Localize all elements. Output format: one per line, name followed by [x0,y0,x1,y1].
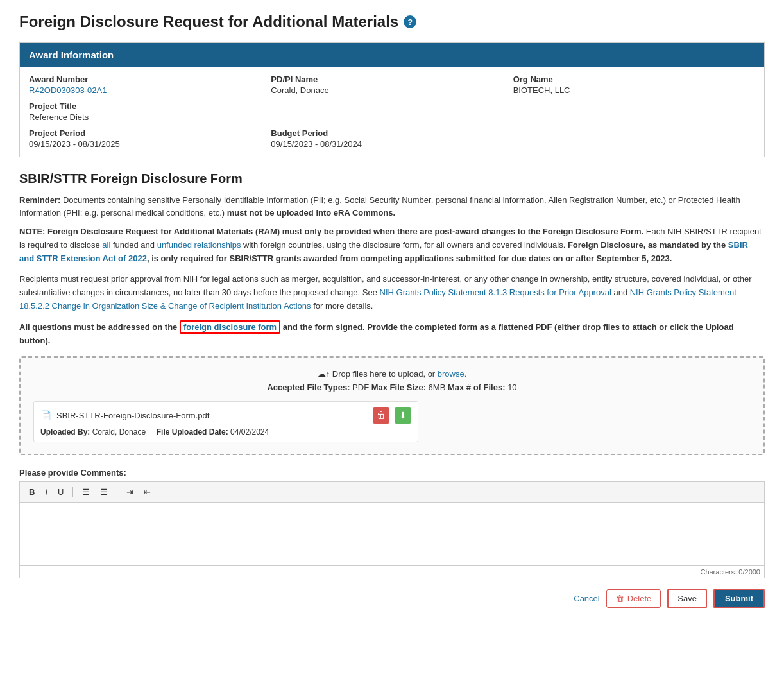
ordered-list-button[interactable]: ☰ [78,485,94,499]
budget-period-cell: Budget Period 09/15/2023 - 08/31/2024 [271,128,513,149]
toolbar-divider-2 [117,487,117,497]
delete-file-button[interactable]: 🗑 [373,407,389,424]
project-period-value: 09/15/2023 - 08/31/2025 [29,139,120,149]
org-name-label: Org Name [513,74,755,84]
outdent-button[interactable]: ⇤ [140,485,155,499]
project-period-cell: Project Period 09/15/2023 - 08/31/2025 [29,128,271,149]
form-title-text: SBIR/STTR Foreign Disclosure Form [19,171,243,185]
reminder-paragraph: Reminder: Documents containing sensitive… [19,194,765,219]
project-period-label: Project Period [29,128,271,138]
page-title-text: Foreign Disclosure Request for Additiona… [19,13,398,31]
reminder-bold-end: must not be uploaded into eRA Commons. [227,208,395,218]
file-item-top: 📄 SBIR-STTR-Foreign-Disclosure-Form.pdf … [40,407,411,424]
browse-link[interactable]: browse. [438,369,467,379]
download-icon: ⬇ [399,410,407,420]
award-empty-cell [513,128,755,149]
editor-toolbar: B I U ☰ ☰ ⇥ ⇤ [19,481,765,502]
all-questions-paragraph: All questions must be addressed on the f… [19,321,765,348]
foreign-disclosure-link[interactable]: foreign disclosure form [180,320,280,334]
save-button[interactable]: Save [667,589,707,608]
uploaded-by-label: Uploaded By: [40,427,90,436]
nih-link1[interactable]: NIH Grants Policy Statement 8.1.3 Reques… [380,288,611,297]
max-size-value: 6MB [429,383,448,392]
upload-info-text: Accepted File Types: PDF Max File Size: … [33,383,751,392]
comments-section: Please provide Comments: B I U ☰ ☰ ⇥ ⇤ C… [19,468,765,578]
award-number-value[interactable]: R42OD030303-02A1 [29,85,107,95]
file-item-bottom: Uploaded By: Corald, Donace File Uploade… [40,427,411,436]
file-date-label: File Uploaded Date: [157,427,228,436]
upload-area: ☁↑ Drop files here to upload, or browse.… [19,356,765,455]
underline-button[interactable]: U [54,485,67,499]
page-title: Foreign Disclosure Request for Additiona… [19,13,765,31]
max-files-value: 10 [507,383,516,392]
pdpi-name-cell: PD/PI Name Corald, Donace [271,74,513,95]
char-count: Characters: 0/2000 [19,566,765,578]
note-bold: NOTE: Foreign Disclosure Request for Add… [19,227,643,236]
trash-icon: 🗑 [377,410,386,420]
file-date-value: 04/02/2024 [230,427,269,436]
drop-text: Drop files here to upload, or [332,369,438,379]
bold-button[interactable]: B [25,485,38,499]
toolbar-divider-1 [72,487,73,497]
award-number-label: Award Number [29,74,271,84]
pdpi-name-value: Corald, Donace [271,85,328,95]
italic-button[interactable]: I [41,485,51,499]
cancel-button[interactable]: Cancel [574,594,599,603]
download-file-button[interactable]: ⬇ [395,407,411,424]
project-title-label: Project Title [29,101,755,111]
accepted-label: Accepted File Types: [267,383,350,392]
body-text-and: and [611,288,630,297]
comments-editor[interactable] [19,502,765,566]
max-files-label: Max # of Files: [448,383,506,392]
unordered-list-button[interactable]: ☰ [96,485,112,499]
budget-period-label: Budget Period [271,128,513,138]
bottom-actions: Cancel 🗑 Delete Save Submit [19,589,765,608]
delete-label: Delete [627,594,652,603]
upload-drop-text: ☁↑ Drop files here to upload, or browse. [33,369,751,379]
upload-icon: ☁↑ [318,369,332,379]
indent-button[interactable]: ⇥ [123,485,137,499]
award-info-body: Award Number R42OD030303-02A1 PD/PI Name… [20,67,764,157]
reminder-bold: Reminder: [19,195,60,205]
file-item: 📄 SBIR-STTR-Foreign-Disclosure-Form.pdf … [33,401,418,442]
note-all-link[interactable]: all [102,240,110,250]
max-size-label: Max File Size: [371,383,426,392]
award-info-box: Award Information Award Number R42OD0303… [19,42,765,157]
comments-label: Please provide Comments: [19,468,765,478]
help-icon[interactable]: ? [404,15,416,28]
file-name: SBIR-STTR-Foreign-Disclosure-Form.pdf [56,411,368,420]
delete-icon: 🗑 [616,594,624,603]
award-row-2: Project Title Reference Diets [29,101,755,122]
submit-button[interactable]: Submit [713,589,765,608]
note-paragraph: NOTE: Foreign Disclosure Request for Add… [19,225,765,265]
award-info-header: Award Information [20,43,764,67]
accepted-value: PDF [352,383,371,392]
note-unfunded-link[interactable]: unfunded relationships [157,240,241,250]
org-name-value: BIOTECH, LLC [513,85,570,95]
budget-period-value: 09/15/2023 - 08/31/2024 [271,139,362,149]
project-title-cell: Project Title Reference Diets [29,101,755,122]
all-questions-bold: All questions must be addressed on the f… [19,320,734,345]
award-info-header-text: Award Information [29,49,114,60]
pdpi-name-label: PD/PI Name [271,74,513,84]
delete-button[interactable]: 🗑 Delete [606,589,661,608]
award-row-1: Award Number R42OD030303-02A1 PD/PI Name… [29,74,755,95]
sbir-extension-link[interactable]: SBIR and STTR Extension Act of 2022 [19,240,748,263]
file-icon: 📄 [40,410,51,420]
note-bold2: Foreign Disclosure, as mandated by the S… [19,240,748,263]
award-number-cell: Award Number R42OD030303-02A1 [29,74,271,95]
project-title-value: Reference Diets [29,112,89,122]
body-text-end: for more details. [311,301,373,311]
form-section-title: SBIR/STTR Foreign Disclosure Form [19,171,765,186]
body-paragraph: Recipients must request prior approval f… [19,273,765,313]
award-row-3: Project Period 09/15/2023 - 08/31/2025 B… [29,128,755,149]
org-name-cell: Org Name BIOTECH, LLC [513,74,755,95]
uploaded-by-value: Corald, Donace [92,427,146,436]
